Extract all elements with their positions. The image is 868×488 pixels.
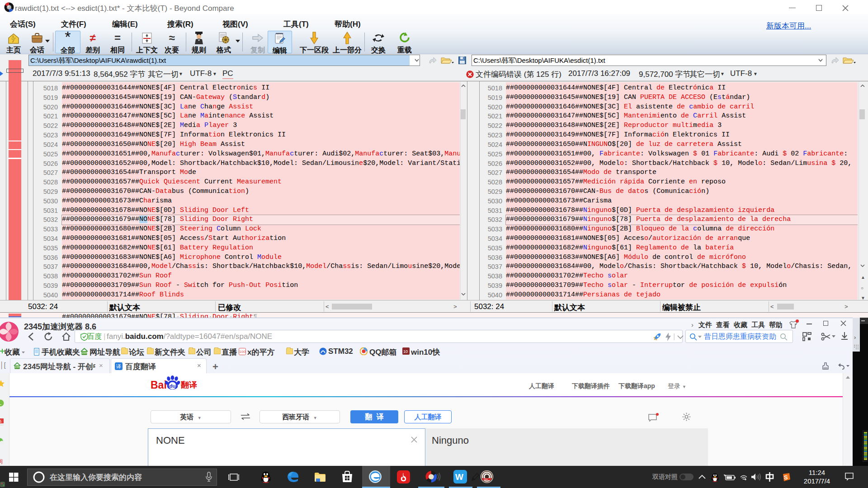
svg-text:10: 10 xyxy=(403,349,408,354)
svg-text:Bai: Bai xyxy=(151,379,167,391)
svg-text:2345: 2345 xyxy=(82,352,88,354)
svg-text:译: 译 xyxy=(116,364,121,369)
svg-text:翻译: 翻译 xyxy=(180,380,198,389)
svg-text:2345: 2345 xyxy=(15,366,20,368)
svg-text:100: 100 xyxy=(240,350,246,354)
svg-text:音乐: 音乐 xyxy=(484,478,488,480)
svg-text:淘: 淘 xyxy=(0,458,3,465)
svg-text:W: W xyxy=(455,472,463,482)
svg-text:S: S xyxy=(784,474,788,481)
svg-text:条: 条 xyxy=(0,419,2,423)
svg-text:L: L xyxy=(0,400,1,406)
svg-text:du: du xyxy=(170,383,176,389)
